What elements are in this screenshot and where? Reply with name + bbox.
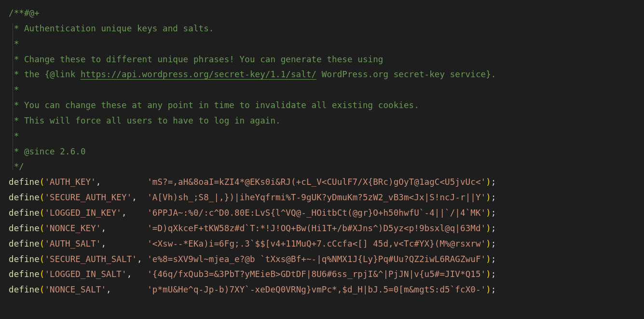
docblock-line: * — [9, 131, 19, 141]
docblock-link[interactable]: https://api.wordpress.org/secret-key/1.1… — [81, 69, 316, 79]
docblock-line: * — [9, 39, 19, 49]
define-line: define('SECURE_AUTH_SALT', 'e%8=sXV9wl~m… — [9, 254, 496, 264]
docblock-line: * This will force all users to have to l… — [9, 116, 281, 125]
docblock-line: * the {@link https://api.wordpress.org/s… — [9, 69, 496, 79]
docblock-line: * @since 2.6.0 — [9, 147, 86, 156]
define-line: define('AUTH_KEY', 'mS?=,aH&8oaI=kZI4*@E… — [9, 177, 496, 187]
code-editor-content[interactable]: /**#@+ * Authentication unique keys and … — [0, 0, 644, 305]
docblock-line: * — [9, 85, 19, 95]
define-line: define('NONCE_KEY', '=D)qXkceF+tKW58z#d`… — [9, 223, 496, 233]
define-line: define('SECURE_AUTH_KEY', 'A[Vh)sh_;S8_|… — [9, 193, 496, 202]
docblock-indent-guide — [13, 23, 13, 170]
docblock-line: * You can change these at any point in t… — [9, 100, 419, 110]
docblock-line: */ — [9, 162, 24, 171]
docblock-line: * Change these to different unique phras… — [9, 55, 383, 64]
define-line: define('LOGGED_IN_SALT', '{46q/fxQub3=&3… — [9, 269, 496, 279]
docblock-line: * Authentication unique keys and salts. — [9, 24, 214, 33]
define-line: define('NONCE_SALT', 'p*mU&He^q-Jp-b)7XY… — [9, 285, 496, 294]
define-line: define('LOGGED_IN_KEY', '6PPJA~:%0/:c^D0… — [9, 208, 496, 218]
define-line: define('AUTH_SALT', '<Xsw--*EKa)i=6Fg;.3… — [9, 239, 496, 249]
docblock-line: /**#@+ — [9, 8, 40, 18]
